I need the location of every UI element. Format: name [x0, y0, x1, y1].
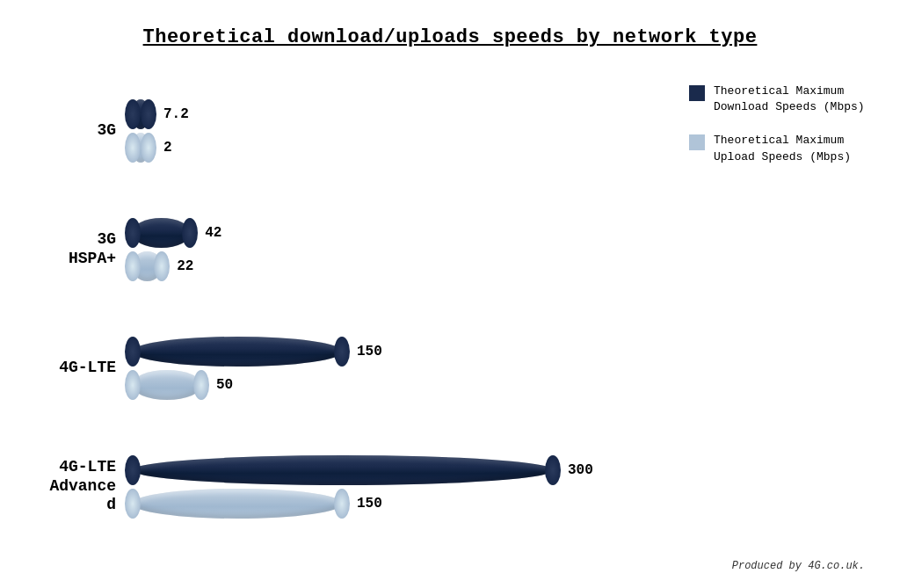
bars-group-2: 15050 [132, 337, 654, 400]
download-bar-0 [132, 99, 149, 129]
upload-bar-1 [132, 251, 163, 281]
download-value-0: 7.2 [163, 106, 189, 122]
row-label-1: 3GHSPA+ [35, 230, 132, 268]
download-bar-3 [132, 455, 554, 485]
row-label-0: 3G [35, 121, 132, 141]
download-bar-2 [132, 337, 343, 367]
produced-by: Produced by 4G.co.uk. [732, 560, 865, 572]
legend-swatch-dark [689, 85, 705, 101]
upload-value-1: 22 [177, 258, 193, 274]
bars-group-1: 4222 [132, 218, 654, 281]
download-bar-wrapper-0: 7.2 [132, 99, 654, 129]
download-bar-wrapper-1: 42 [132, 218, 654, 248]
bars-group-3: 300150 [132, 455, 654, 519]
download-value-2: 150 [357, 344, 382, 359]
legend-item-0: Theoretical Maximum Download Speeds (Mbp… [689, 83, 865, 115]
legend-text-1: Theoretical Maximum Upload Speeds (Mbps) [714, 133, 865, 164]
upload-bar-2 [132, 370, 202, 400]
download-bar-wrapper-2: 150 [132, 337, 654, 367]
upload-bar-wrapper-0: 2 [132, 133, 654, 163]
legend-item-1: Theoretical Maximum Upload Speeds (Mbps) [689, 133, 865, 164]
download-bar-1 [132, 218, 191, 248]
upload-bar-0 [132, 133, 149, 163]
upload-value-0: 2 [163, 140, 172, 156]
upload-value-2: 50 [216, 377, 233, 393]
download-value-3: 300 [568, 462, 593, 478]
chart-left: 3G7.223GHSPA+42224G-LTE150504G-LTEAdvanc… [35, 75, 671, 549]
upload-bar-wrapper-1: 22 [132, 251, 654, 281]
upload-bar-wrapper-2: 50 [132, 370, 654, 400]
legend-text-0: Theoretical Maximum Download Speeds (Mbp… [714, 83, 865, 115]
row-label-2: 4G-LTE [35, 359, 132, 378]
legend-swatch-light [689, 134, 705, 150]
download-bar-wrapper-3: 300 [132, 455, 654, 485]
row-label-3: 4G-LTEAdvanced [35, 458, 132, 515]
upload-bar-3 [132, 489, 343, 519]
bars-group-0: 7.22 [132, 99, 654, 163]
upload-bar-wrapper-3: 150 [132, 489, 654, 519]
chart-title: Theoretical download/uploads speeds by n… [35, 26, 865, 48]
chart-legend: Theoretical Maximum Download Speeds (Mbp… [671, 75, 865, 549]
chart-container: Theoretical download/uploads speeds by n… [0, 0, 900, 588]
upload-value-3: 150 [357, 496, 382, 512]
download-value-1: 42 [205, 225, 221, 241]
chart-body: 3G7.223GHSPA+42224G-LTE150504G-LTEAdvanc… [35, 75, 865, 549]
